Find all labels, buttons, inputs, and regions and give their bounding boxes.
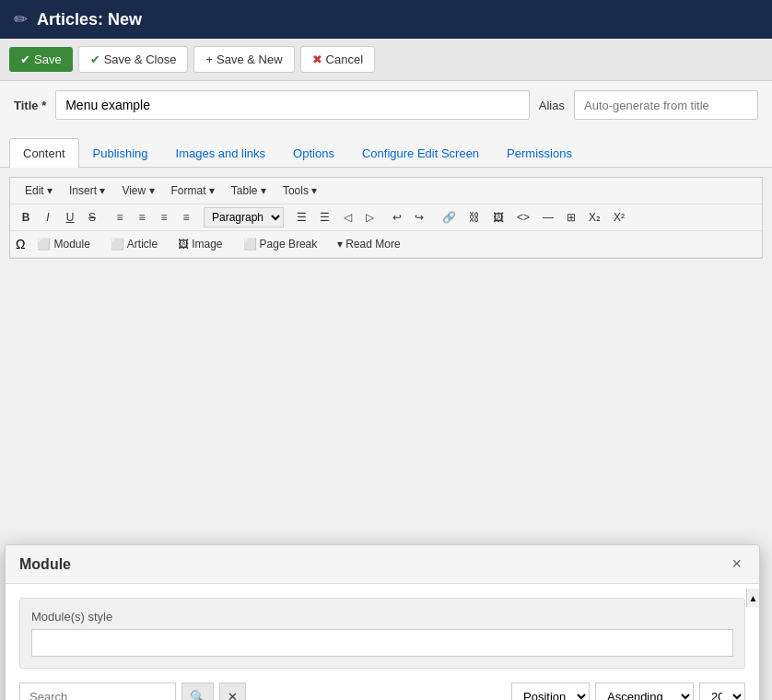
module-modal: Module × ▲ Module(s) style 🔍 ✕ Position — [5, 544, 760, 700]
editor-menubar: Edit ▾ Insert ▾ View ▾ Format ▾ Table ▾ … — [10, 178, 762, 204]
align-left-button[interactable]: ≡ — [110, 208, 130, 227]
order-filter[interactable]: Ascending Descending — [595, 682, 694, 700]
readmore-icon: ▾ — [337, 238, 343, 251]
align-center-button[interactable]: ≡ — [132, 208, 152, 227]
cancel-button[interactable]: ✖ Cancel — [300, 46, 375, 73]
modal-title: Module — [19, 556, 71, 573]
clear-search-button[interactable]: ✕ — [219, 682, 246, 700]
tab-content[interactable]: Content — [9, 138, 79, 168]
title-input[interactable] — [55, 90, 530, 120]
align-right-button[interactable]: ≡ — [154, 208, 174, 227]
page-title: Articles: New — [37, 10, 142, 29]
unlink-button[interactable]: ⛓ — [463, 208, 485, 227]
menu-view[interactable]: View ▾ — [114, 181, 161, 200]
paragraph-select[interactable]: Paragraph Heading 1 Heading 2 — [204, 207, 284, 228]
article-form: Title * Alias — [0, 81, 772, 138]
tab-publishing[interactable]: Publishing — [79, 138, 162, 168]
indent-right-button[interactable]: ▷ — [359, 208, 380, 227]
insert-image-button[interactable]: 🖼 Image — [170, 234, 230, 254]
save-label: Save — [34, 52, 62, 66]
save-new-button[interactable]: + Save & New — [193, 46, 294, 73]
redo-button[interactable]: ↪ — [409, 208, 429, 227]
title-label: Title * — [14, 99, 46, 112]
save-button[interactable]: ✔ Save — [9, 47, 73, 72]
tab-configure-edit[interactable]: Configure Edit Screen — [348, 138, 493, 168]
plus-icon: + — [205, 52, 213, 66]
alias-input[interactable] — [574, 90, 758, 120]
underline-button[interactable]: U — [60, 208, 80, 227]
image-insert-icon: 🖼 — [178, 238, 189, 251]
undo-button[interactable]: ↩ — [387, 208, 407, 227]
alias-label: Alias — [539, 99, 565, 112]
module-style-label: Module(s) style — [31, 610, 733, 624]
module-style-input[interactable] — [31, 629, 733, 657]
tab-options[interactable]: Options — [279, 138, 348, 168]
scroll-up-btn[interactable]: ▲ — [746, 589, 759, 607]
insert-pagebreak-button[interactable]: ⬜ Page Break — [235, 234, 326, 254]
edit-icon: ✏ — [14, 9, 28, 29]
modal-close-button[interactable]: × — [728, 554, 745, 574]
link-button[interactable]: 🔗 — [437, 208, 462, 227]
italic-button[interactable]: I — [38, 208, 58, 227]
editor-toolbar-row2: Ω ⬜ Module ⬜ Article 🖼 Image ⬜ Page Brea… — [10, 231, 762, 258]
code-button[interactable]: <> — [511, 208, 535, 227]
indent-left-button[interactable]: ◁ — [337, 208, 357, 227]
menu-format[interactable]: Format ▾ — [164, 181, 222, 200]
menu-table[interactable]: Table ▾ — [224, 181, 274, 200]
search-input[interactable] — [19, 682, 176, 700]
bold-button[interactable]: B — [16, 208, 36, 227]
search-button[interactable]: 🔍 — [181, 682, 214, 700]
modal-header: Module × — [6, 545, 759, 584]
align-justify-button[interactable]: ≡ — [176, 208, 196, 227]
position-filter[interactable]: Position — [511, 682, 590, 700]
image-button[interactable]: 🖼 — [487, 208, 509, 227]
editor-area: Edit ▾ Insert ▾ View ▾ Format ▾ Table ▾ … — [9, 177, 763, 259]
module-style-section: Module(s) style — [19, 598, 745, 669]
times-icon: ✖ — [312, 52, 322, 66]
special-char-icon: Ω — [16, 237, 25, 251]
insert-article-button[interactable]: ⬜ Article — [102, 234, 166, 254]
tab-permissions[interactable]: Permissions — [493, 138, 586, 168]
header-bar: ✏ Articles: New — [0, 0, 772, 39]
perpage-filter[interactable]: 20 — [699, 682, 745, 700]
title-row: Title * Alias — [14, 90, 758, 120]
strikethrough-button[interactable]: S — [82, 208, 102, 227]
hr-button[interactable]: — — [537, 208, 559, 227]
module-icon: ⬜ — [37, 238, 51, 251]
menu-insert[interactable]: Insert ▾ — [62, 181, 112, 200]
insert-readmore-button[interactable]: ▾ Read More — [329, 234, 408, 254]
subscript-button[interactable]: X₂ — [583, 208, 606, 227]
cancel-label: Cancel — [326, 52, 363, 66]
save-icon: ✔ — [20, 52, 30, 66]
ordered-list-button[interactable]: ☰ — [314, 208, 335, 227]
tab-images-links[interactable]: Images and links — [162, 138, 280, 168]
table-button[interactable]: ⊞ — [561, 208, 581, 227]
menu-edit[interactable]: Edit ▾ — [18, 181, 60, 200]
editor-toolbar-row1: B I U S ≡ ≡ ≡ ≡ Paragraph Heading 1 Head… — [10, 204, 762, 231]
insert-module-button[interactable]: ⬜ Module — [29, 234, 98, 254]
modal-body: ▲ Module(s) style 🔍 ✕ Position Ascending… — [6, 584, 759, 700]
toolbar: ✔ Save ✔ Save & Close + Save & New ✖ Can… — [0, 39, 772, 81]
superscript-button[interactable]: X² — [608, 208, 630, 227]
save-close-button[interactable]: ✔ Save & Close — [78, 46, 189, 73]
article-icon: ⬜ — [111, 238, 124, 251]
pagebreak-icon: ⬜ — [243, 238, 257, 251]
menu-tools[interactable]: Tools ▾ — [275, 181, 324, 200]
filter-row: 🔍 ✕ Position Ascending Descending 20 — [19, 682, 745, 700]
save-new-label: Save & New — [216, 52, 283, 66]
checkmark-icon: ✔ — [90, 52, 100, 66]
save-close-label: Save & Close — [104, 52, 177, 66]
required-star: * — [41, 99, 46, 112]
unordered-list-button[interactable]: ☰ — [291, 208, 312, 227]
article-tabs: Content Publishing Images and links Opti… — [0, 138, 772, 168]
